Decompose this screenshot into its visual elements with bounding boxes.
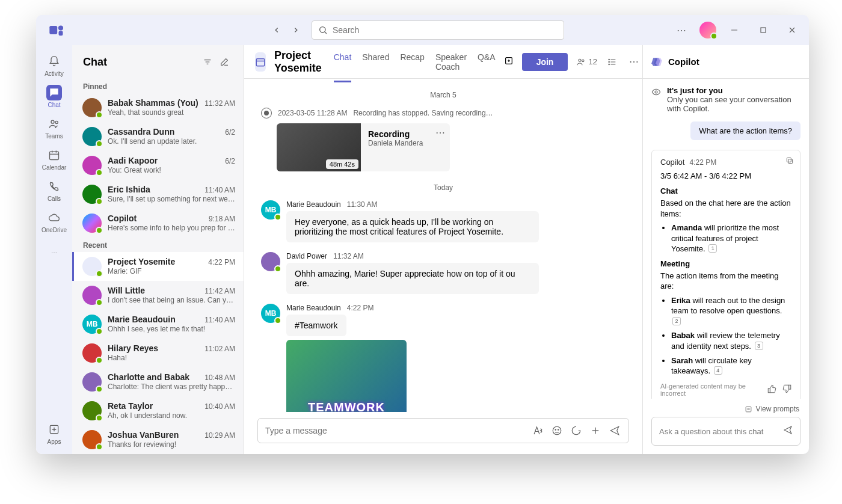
chat-list-item[interactable]: Reta Taylor10:40 AMAh, ok I understand n… bbox=[72, 396, 244, 425]
presence-icon bbox=[274, 265, 281, 272]
message-bubble: #Teamwork bbox=[286, 315, 346, 336]
emoji-button[interactable] bbox=[550, 424, 564, 437]
list-button[interactable] bbox=[606, 55, 619, 69]
rail-teams[interactable]: Teams bbox=[37, 112, 71, 143]
window-close-button[interactable] bbox=[781, 19, 803, 41]
settings-more-button[interactable]: ⋯ bbox=[671, 19, 692, 41]
nav-forward-button[interactable] bbox=[289, 23, 303, 37]
rail-more[interactable]: ⋯ bbox=[37, 238, 71, 268]
thumbs-down-button[interactable] bbox=[782, 384, 791, 395]
citation-ref[interactable]: 2 bbox=[672, 317, 681, 325]
chat-name: Cassandra Dunn bbox=[108, 127, 174, 137]
loop-button[interactable] bbox=[570, 424, 583, 437]
rail-calendar[interactable]: Calendar bbox=[37, 144, 71, 174]
chat-name: Joshua VanBuren bbox=[108, 430, 179, 440]
ai-disclaimer: AI-generated content may be incorrect bbox=[660, 383, 767, 397]
chat-time: 11:40 AM bbox=[204, 316, 235, 324]
format-button[interactable] bbox=[531, 424, 544, 437]
chat-list-item[interactable]: Project Yosemite4:22 PMMarie: GIF bbox=[72, 252, 244, 281]
tab-speaker-coach[interactable]: Speaker Coach bbox=[435, 41, 467, 82]
chat-time: 11:32 AM bbox=[204, 99, 235, 108]
thumbs-up-button[interactable] bbox=[767, 384, 776, 395]
window-minimize-button[interactable] bbox=[724, 19, 745, 41]
chat-list-item[interactable]: Joshua VanBuren10:29 AMThanks for review… bbox=[72, 425, 244, 454]
rail-apps[interactable]: Apps bbox=[37, 418, 71, 448]
new-chat-button[interactable] bbox=[216, 54, 233, 70]
copilot-input-wrapper[interactable] bbox=[651, 417, 801, 446]
chat-name: Hilary Reyes bbox=[108, 343, 158, 353]
chat-list-item[interactable]: Eric Ishida11:40 AMSure, I'll set up som… bbox=[72, 180, 244, 209]
gif-attachment[interactable]: TEAMWORK bbox=[286, 340, 407, 412]
more-button[interactable]: ⋯ bbox=[627, 55, 641, 69]
citation-ref[interactable]: 1 bbox=[708, 244, 717, 253]
view-prompts-link[interactable]: View prompts bbox=[643, 399, 809, 417]
recording-more-button[interactable]: ⋯ bbox=[435, 127, 445, 138]
record-stop-icon bbox=[261, 108, 272, 118]
copilot-hint: It's just for youOnly you can see your c… bbox=[651, 86, 801, 113]
message-avatar: MB bbox=[261, 304, 280, 323]
add-tab-button[interactable] bbox=[504, 56, 514, 68]
filter-button[interactable] bbox=[199, 54, 216, 70]
message-sender: Marie Beaudouin bbox=[286, 200, 341, 209]
chat-list-item[interactable]: Aadi Kapoor6/2You: Great work! bbox=[72, 151, 244, 180]
tab-q-a[interactable]: Q&A bbox=[478, 41, 496, 82]
eye-icon bbox=[651, 87, 661, 97]
chat-time: 9:18 AM bbox=[209, 215, 235, 223]
rail-label: Teams bbox=[45, 133, 63, 140]
presence-icon bbox=[96, 386, 103, 393]
nav-back-button[interactable] bbox=[269, 23, 284, 37]
rail-onedrive[interactable]: OneDrive bbox=[37, 206, 71, 236]
user-avatar[interactable] bbox=[699, 22, 716, 38]
window-maximize-button[interactable] bbox=[752, 19, 774, 41]
rail-calls[interactable]: Calls bbox=[37, 175, 71, 205]
recording-card[interactable]: 48m 42s RecordingDaniela Mandera ⋯ bbox=[277, 123, 450, 171]
chat-avatar bbox=[82, 214, 102, 233]
message-avatar bbox=[261, 252, 280, 271]
presence-icon bbox=[96, 111, 103, 118]
section-recent: Recent bbox=[72, 238, 244, 252]
copilot-input[interactable] bbox=[659, 427, 783, 436]
send-button[interactable] bbox=[783, 425, 793, 437]
message-input[interactable] bbox=[265, 426, 525, 435]
chat-avatar: MB bbox=[82, 315, 102, 334]
participant-count[interactable]: 12 bbox=[576, 57, 597, 67]
recording-title: Recording bbox=[368, 129, 443, 139]
search-input-wrapper[interactable] bbox=[312, 20, 564, 40]
search-input[interactable] bbox=[333, 25, 558, 35]
chat-name: Marie Beaudouin bbox=[108, 315, 176, 324]
chat-preview: Ohhh I see, yes let me fix that! bbox=[108, 325, 235, 333]
send-button[interactable] bbox=[608, 424, 621, 437]
rail-activity[interactable]: Activity bbox=[37, 50, 71, 80]
tab-chat[interactable]: Chat bbox=[334, 41, 352, 82]
join-button[interactable]: Join bbox=[522, 53, 568, 71]
chat-list-item[interactable]: Copilot9:18 AMHere's some info to help y… bbox=[72, 209, 244, 238]
citation-ref[interactable]: 3 bbox=[755, 342, 763, 350]
presence-icon bbox=[96, 414, 103, 422]
message-avatar: MB bbox=[261, 200, 280, 220]
chat-list-item[interactable]: MBMarie Beaudouin11:40 AMOhhh I see, yes… bbox=[72, 310, 244, 339]
copy-button[interactable] bbox=[785, 156, 794, 167]
tab-shared[interactable]: Shared bbox=[362, 41, 389, 82]
recording-thumbnail: 48m 42s bbox=[277, 123, 361, 171]
chat-list-panel: Chat Pinned Babak Shammas (You)11:32 AMY… bbox=[72, 45, 244, 454]
attach-button[interactable] bbox=[589, 424, 602, 437]
chat-preview: Ok. I'll send an update later. bbox=[108, 137, 235, 146]
rail-chat[interactable]: Chat bbox=[37, 81, 71, 111]
chat-list-item[interactable]: Babak Shammas (You)11:32 AMYeah, that so… bbox=[72, 93, 244, 122]
svg-point-10 bbox=[55, 121, 58, 123]
citation-ref[interactable]: 4 bbox=[714, 366, 722, 375]
svg-rect-21 bbox=[256, 58, 265, 66]
chat-preview: Thanks for reviewing! bbox=[108, 440, 235, 449]
svg-point-1 bbox=[58, 25, 63, 30]
chat-avatar bbox=[82, 127, 102, 146]
chat-list-item[interactable]: Cassandra Dunn6/2Ok. I'll send an update… bbox=[72, 122, 244, 151]
chat-list-item[interactable]: Hilary Reyes11:02 AMHaha! bbox=[72, 339, 244, 367]
tab-recap[interactable]: Recap bbox=[400, 41, 424, 82]
chat-name: Babak Shammas (You) bbox=[108, 98, 198, 108]
copilot-icon bbox=[653, 57, 663, 67]
compose-box[interactable] bbox=[257, 418, 629, 443]
chat-list-item[interactable]: Charlotte and Babak10:48 AMCharlotte: Th… bbox=[72, 367, 244, 396]
phone-icon bbox=[48, 180, 60, 192]
svg-point-27 bbox=[582, 60, 584, 61]
chat-list-item[interactable]: Will Little11:42 AMI don't see that bein… bbox=[72, 281, 244, 310]
